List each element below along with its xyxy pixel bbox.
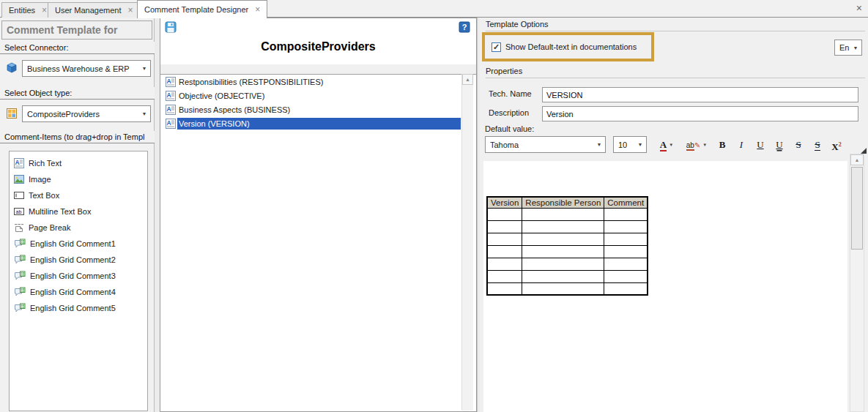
panel-splitter[interactable] [155, 18, 160, 412]
chevron-down-icon: ▼ [138, 111, 150, 116]
connector-cube-icon [6, 62, 18, 74]
italic-button[interactable]: I [732, 136, 750, 153]
svg-text:?: ? [462, 23, 467, 31]
language-dropdown[interactable]: En ▼ [834, 40, 862, 56]
list-item-label: English Grid Comment5 [30, 304, 116, 312]
list-item-grid-comment-5[interactable]: English Grid Comment5 [10, 300, 147, 316]
object-type-dropdown-value: CompositeProviders [27, 110, 138, 119]
list-item-grid-comment-1[interactable]: English Grid Comment1 [10, 236, 147, 252]
list-item-image[interactable]: Image [10, 171, 147, 187]
description-input[interactable] [542, 106, 858, 121]
highlight-color-button[interactable]: ab✎▼ [683, 136, 711, 153]
list-item-label: English Grid Comment3 [30, 271, 116, 280]
close-icon[interactable]: × [42, 5, 47, 15]
table-empty-row [487, 208, 648, 220]
list-item-page-break[interactable]: Page Break [10, 220, 147, 236]
strikethrough-button[interactable]: S [790, 136, 807, 153]
chevron-down-icon: ▼ [702, 143, 707, 147]
text-box-icon [14, 190, 24, 201]
template-sections-list: A Restponsibilities (RESTPONSIBILITIES) … [160, 74, 476, 411]
font-name-dropdown[interactable]: Tahoma ▼ [485, 136, 606, 153]
column-header: Comment [604, 197, 648, 208]
scroll-up-button[interactable]: ▲ [850, 154, 864, 165]
list-item-label: Text Box [29, 191, 59, 200]
underline-button[interactable]: U [752, 136, 769, 153]
grid-comment-icon [14, 303, 26, 313]
panel-title: Comment Template for [1, 20, 152, 40]
column-header: Version [487, 197, 522, 208]
font-size-dropdown[interactable]: 10 ▼ [613, 136, 647, 153]
tab-label: User Management [55, 6, 122, 15]
template-section-row-objective[interactable]: A Objective (OBJECTIVE) [160, 89, 476, 102]
object-type-dropdown[interactable]: CompositeProviders ▼ [22, 105, 151, 122]
close-icon[interactable]: × [255, 4, 260, 15]
chevron-down-icon: ▼ [593, 142, 605, 147]
help-icon: ? [459, 21, 470, 33]
font-toolbar: Tahoma ▼ 10 ▼ A▼ ab✎▼ B I U U S S X2 [485, 136, 863, 154]
svg-text:A: A [167, 77, 171, 84]
template-section-row-business-aspects[interactable]: A Business Aspects (BUSINESS) [160, 102, 476, 116]
select-object-type-header: Select Object type: [0, 87, 155, 100]
grid-comment-icon [14, 271, 26, 281]
show-default-text-label: Show Default-text in documentations [505, 42, 637, 51]
rich-text-icon: A [166, 105, 176, 115]
vertical-scrollbar[interactable]: ▲ [850, 154, 864, 412]
save-button[interactable] [165, 21, 177, 33]
toolbar-overflow-grip[interactable] [861, 148, 867, 154]
page-break-icon [14, 222, 24, 233]
list-item-grid-comment-4[interactable]: English Grid Comment4 [10, 284, 147, 300]
tab-user-management[interactable]: User Management × [48, 2, 141, 18]
connector-dropdown[interactable]: Business Warehouse & ERP ▼ [22, 60, 151, 77]
grid-comment-icon [14, 255, 26, 265]
chevron-down-icon: ▼ [138, 66, 150, 71]
bold-button[interactable]: B [713, 136, 731, 153]
svg-text:A: A [15, 159, 20, 166]
font-size-value: 10 [618, 141, 634, 149]
list-item-label: English Grid Comment1 [30, 239, 116, 248]
tab-comment-template-designer[interactable]: Comment Template Designer × [137, 0, 267, 18]
double-strikethrough-button[interactable]: S [809, 136, 826, 153]
default-value-editor[interactable]: Version Responsible Person Comment [483, 161, 847, 412]
table-header-row: Version Responsible Person Comment [487, 197, 648, 208]
close-icon[interactable]: × [128, 5, 133, 15]
vertical-scrollbar[interactable]: ▲ [461, 74, 473, 411]
table-empty-row [487, 270, 648, 282]
save-icon [165, 21, 177, 33]
list-item-label: Image [29, 175, 51, 184]
scroll-up-button[interactable]: ▲ [462, 74, 473, 85]
show-default-text-checkbox[interactable]: ✓ [492, 42, 501, 52]
list-item-grid-comment-2[interactable]: English Grid Comment2 [10, 252, 147, 268]
list-item-label: Page Break [29, 223, 70, 232]
template-section-row-version[interactable]: A Version (VERSION) [160, 116, 476, 130]
double-underline-button[interactable]: U [771, 136, 788, 153]
grid-comment-icon [14, 287, 26, 297]
list-item-multiline-text-box[interactable]: ab Multiline Text Box [10, 203, 147, 220]
list-item-label: Multiline Text Box [29, 207, 91, 216]
list-item-label: Rich Text [29, 159, 62, 168]
section-label: Version (VERSION) [177, 118, 461, 130]
select-connector-header: Select Connector: [0, 42, 155, 54]
help-button[interactable]: ? [459, 21, 470, 33]
font-name-value: Tahoma [490, 141, 593, 149]
font-color-button[interactable]: A▼ [654, 136, 679, 153]
list-item-rich-text[interactable]: A Rich Text [10, 155, 147, 171]
table-empty-row [487, 233, 648, 245]
tech-name-input[interactable] [542, 87, 858, 102]
svg-text:A: A [167, 105, 171, 112]
close-icon[interactable]: × [856, 2, 862, 14]
grid-comment-icon [14, 239, 26, 249]
multiline-text-box-icon: ab [14, 206, 24, 217]
tech-name-label: Tech. Name [489, 89, 532, 100]
image-icon [14, 174, 24, 184]
section-label: Restponsibilities (RESTPONSIBILITIES) [177, 76, 461, 88]
superscript-button[interactable]: X2 [828, 136, 845, 153]
comment-template-designer-window: Entities × User Management × Comment Tem… [0, 0, 868, 412]
list-item-grid-comment-3[interactable]: English Grid Comment3 [10, 268, 147, 284]
left-panel: Comment Template for Select Connector: B… [0, 18, 155, 412]
list-item-text-box[interactable]: Text Box [10, 187, 147, 203]
scrollbar-thumb[interactable] [851, 167, 863, 250]
list-item-label: English Grid Comment2 [30, 255, 116, 264]
tab-entities[interactable]: Entities × [1, 2, 54, 18]
svg-text:ab: ab [16, 209, 22, 214]
template-section-row-responsibilities[interactable]: A Restponsibilities (RESTPONSIBILITIES) [160, 75, 476, 89]
